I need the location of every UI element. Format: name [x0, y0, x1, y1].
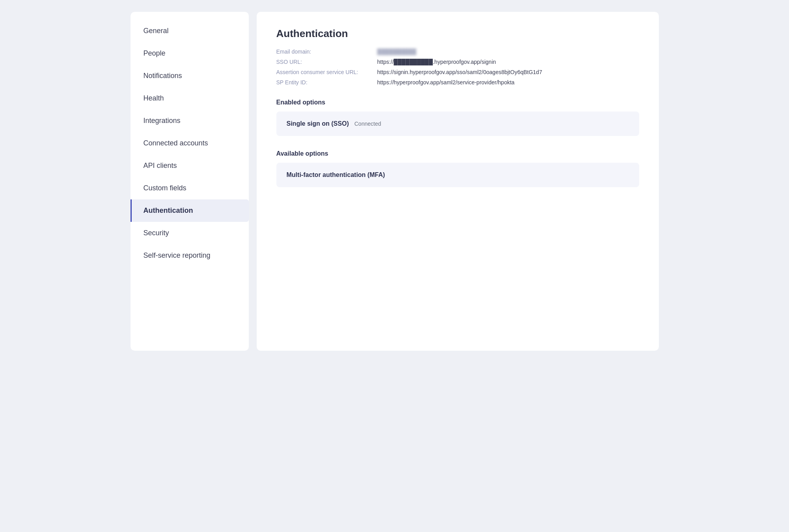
email-domain-label: Email domain: — [276, 48, 371, 56]
sidebar-item-integrations[interactable]: Integrations — [131, 110, 249, 132]
sidebar-item-notifications[interactable]: Notifications — [131, 65, 249, 87]
sso-url-value: https://██████████.hyperproofgov.app/sig… — [377, 58, 639, 66]
sidebar-item-security[interactable]: Security — [131, 222, 249, 244]
app-container: GeneralPeopleNotificationsHealthIntegrat… — [131, 12, 659, 351]
sidebar-item-general[interactable]: General — [131, 20, 249, 42]
sidebar: GeneralPeopleNotificationsHealthIntegrat… — [131, 12, 249, 351]
available-option-mfa[interactable]: Multi-factor authentication (MFA) — [276, 163, 639, 187]
sidebar-item-people[interactable]: People — [131, 42, 249, 65]
enabled-option-sso-label: Single sign on (SSO) — [287, 120, 349, 127]
available-option-mfa-label: Multi-factor authentication (MFA) — [287, 171, 385, 179]
enabled-option-sso-badge: Connected — [354, 121, 381, 127]
enabled-options-title: Enabled options — [276, 99, 639, 106]
available-options-list: Multi-factor authentication (MFA) — [276, 163, 639, 187]
enabled-options-list: Single sign on (SSO)Connected — [276, 112, 639, 136]
sp-entity-id-label: SP Entity ID: — [276, 78, 371, 86]
sidebar-item-api-clients[interactable]: API clients — [131, 154, 249, 177]
sidebar-item-health[interactable]: Health — [131, 87, 249, 110]
enabled-options-section: Enabled options Single sign on (SSO)Conn… — [276, 99, 639, 136]
email-domain-value: ██████████ — [377, 48, 639, 56]
enabled-option-sso[interactable]: Single sign on (SSO)Connected — [276, 112, 639, 136]
sso-url-label: SSO URL: — [276, 58, 371, 66]
main-content: Authentication Email domain: ██████████ … — [257, 12, 659, 351]
sidebar-item-self-service-reporting[interactable]: Self-service reporting — [131, 244, 249, 267]
sidebar-item-custom-fields[interactable]: Custom fields — [131, 177, 249, 199]
page-title: Authentication — [276, 28, 639, 40]
acs-url-label: Assertion consumer service URL: — [276, 68, 371, 76]
sidebar-item-authentication[interactable]: Authentication — [131, 199, 249, 222]
sp-entity-id-value: https://hyperproofgov.app/saml2/service-… — [377, 78, 639, 86]
meta-table: Email domain: ██████████ SSO URL: https:… — [276, 48, 639, 86]
sidebar-item-connected-accounts[interactable]: Connected accounts — [131, 132, 249, 154]
available-options-section: Available options Multi-factor authentic… — [276, 150, 639, 187]
acs-url-value: https://signin.hyperproofgov.app/sso/sam… — [377, 68, 639, 76]
available-options-title: Available options — [276, 150, 639, 157]
